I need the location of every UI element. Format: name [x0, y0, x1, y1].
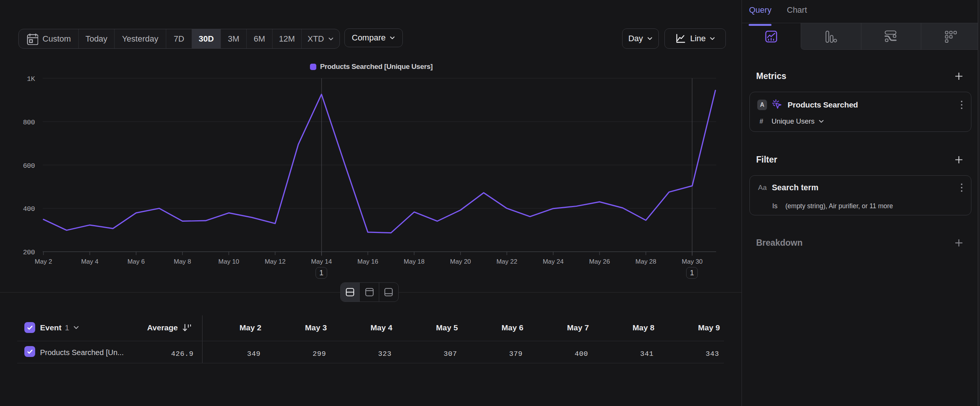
- svg-text:May 16: May 16: [358, 258, 379, 265]
- svg-text:1K: 1K: [27, 75, 35, 83]
- svg-text:200: 200: [23, 249, 35, 256]
- svg-text:May 18: May 18: [404, 258, 425, 265]
- svg-text:May 22: May 22: [496, 258, 517, 265]
- svg-text:May 30: May 30: [682, 258, 703, 265]
- svg-text:May 26: May 26: [589, 258, 610, 265]
- svg-text:May 20: May 20: [450, 258, 471, 265]
- svg-text:May 12: May 12: [265, 258, 286, 265]
- svg-text:400: 400: [23, 205, 35, 213]
- svg-text:May 10: May 10: [218, 258, 239, 265]
- svg-text:May 14: May 14: [311, 258, 332, 265]
- svg-text:May 4: May 4: [81, 258, 99, 265]
- svg-text:800: 800: [23, 119, 35, 127]
- svg-text:May 6: May 6: [127, 258, 145, 265]
- svg-text:May 24: May 24: [543, 258, 564, 265]
- svg-text:600: 600: [23, 162, 35, 170]
- svg-text:May 28: May 28: [636, 258, 657, 265]
- svg-text:May 2: May 2: [35, 258, 52, 265]
- svg-text:May 8: May 8: [174, 258, 191, 265]
